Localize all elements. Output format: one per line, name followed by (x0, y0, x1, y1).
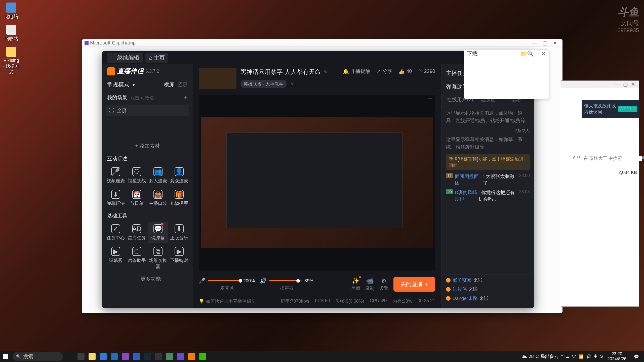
maximize-button[interactable]: ▢ (540, 40, 550, 46)
close-button[interactable]: ✕ (550, 40, 560, 46)
taskbar-app[interactable] (131, 351, 141, 361)
ime-icon[interactable]: 中 (594, 354, 598, 359)
close-icon[interactable]: ✕ (540, 51, 547, 57)
taskbar-stream[interactable] (187, 351, 197, 361)
clipchamp-icon (85, 41, 89, 45)
volume-icon[interactable]: 🔊 (586, 354, 591, 359)
tab-horizontal[interactable]: 横屏 (164, 81, 174, 88)
tool-pocket[interactable]: 👜主播口袋 (148, 187, 168, 209)
share-button[interactable]: ↗分享 (377, 68, 392, 75)
mic-slider[interactable] (208, 280, 241, 281)
tool-danmu-show[interactable]: ▶弹幕秀 (106, 244, 126, 272)
mode-row: 常规模式 ▼ 横屏 竖屏 (102, 78, 193, 91)
tool-scene-switch[interactable]: ⧉场景切换器 (148, 244, 168, 272)
explorer-search[interactable]: 🔍 (582, 155, 637, 162)
fullscreen-icon: ⛶ (109, 108, 114, 113)
feature-banner[interactable]: 新增[弹幕置顶]功能，点击弹幕添加进画面 (446, 154, 530, 170)
explorer-nav[interactable]: ∨↻ (572, 155, 580, 160)
scene-item-fullscreen[interactable]: ⛶ 全屏 (106, 105, 189, 116)
search-icon[interactable]: 🔍 (527, 51, 534, 57)
minimize-button[interactable]: — (530, 40, 540, 46)
desktop-icon-recycle[interactable]: 回收站 (3, 25, 20, 42)
settings-button[interactable]: ⚙设置 (379, 277, 388, 291)
desktop-icon-vrising[interactable]: VRising - 快捷方式 (3, 47, 20, 75)
tool-video-link[interactable]: 🎤视频连麦 (106, 165, 126, 186)
tool-thanks[interactable]: ▶下播鸣谢 (169, 244, 189, 272)
more-icon[interactable]: ⋯ (534, 51, 540, 57)
chat-message[interactable]: 20 D班的风崎朋也 : 你觉得这把还有机会吗， 23:05 (446, 189, 530, 202)
tool-speak-danmu[interactable]: 💬说弹幕 (148, 222, 168, 243)
tray-icon[interactable]: 🛡 (572, 354, 576, 359)
home-button[interactable]: ⌂ 主页 (145, 53, 168, 63)
tool-danmu-play[interactable]: ⬇弹幕玩法 (106, 187, 126, 209)
user-join-item: 洪晨伟 来啦 (446, 286, 530, 293)
ime-icon[interactable]: S (600, 354, 603, 359)
taskbar-wechat[interactable] (198, 351, 208, 361)
taskbar-search[interactable]: 🔍 搜索 (13, 352, 63, 361)
mic-icon[interactable]: 🎤 (199, 278, 206, 284)
mode-selector[interactable]: 常规模式 ▼ (107, 81, 135, 88)
tool-lucky-challenge[interactable]: 🛡福星挑战 (127, 165, 147, 186)
desktop-icon-pc[interactable]: 此电脑 (3, 3, 20, 20)
tool-gift-vote[interactable]: 🎁礼物投票 (169, 187, 189, 209)
stream-category-tag[interactable]: 英雄联盟 · 大神教学 (240, 80, 287, 88)
more-functions-button[interactable]: ⋯ 更多功能 (102, 272, 193, 286)
record-button[interactable]: 📹录制 (365, 277, 374, 291)
taskbar-mascot[interactable] (64, 352, 75, 361)
folder-icon[interactable]: 📁 (520, 51, 527, 57)
notification-button[interactable]: 💬 (631, 351, 641, 361)
clipchamp-titlebar[interactable]: Microsoft Clipchamp — ▢ ✕ (82, 39, 562, 47)
bell-icon: 🔔 (343, 68, 349, 74)
taskbar-weather[interactable]: ⛅ 28°C 局部多云 (521, 353, 558, 359)
taskbar-edge[interactable] (98, 351, 108, 361)
system-tray[interactable]: ˄ ☁ 🛡 📶 🔊 中 S (561, 354, 603, 359)
stream-thumbnail[interactable] (199, 68, 236, 89)
explorer-search-input[interactable] (583, 156, 642, 161)
chevron-up-icon[interactable]: ˄ (561, 354, 563, 359)
tray-icon[interactable]: ☁ (566, 354, 570, 359)
back-button[interactable]: ← 继续编辑 (107, 53, 143, 63)
tool-star-task[interactable]: AD星海任务 (127, 222, 147, 243)
preview-area[interactable] (199, 95, 435, 270)
speaker-slider[interactable] (269, 280, 302, 281)
tool-multi-link[interactable]: 👥多人连麦 (148, 165, 168, 186)
task-view-button[interactable] (76, 351, 86, 361)
thumb-icon: 👍 (398, 68, 405, 74)
footer-row: 💡 如何快速上手直播伴侣？ 码率:7870kb/s FPS:60 丢帧:0(0.… (193, 296, 441, 308)
maximize-button[interactable]: ▢ (622, 81, 629, 87)
scene-header: 我的场景 双击 可改名 + (102, 91, 193, 104)
quick-start-hint[interactable]: 💡 如何快速上手直播伴侣？ (199, 298, 256, 304)
edit-tag-icon[interactable]: ✎ (291, 82, 294, 86)
add-source-button[interactable]: +添加素材 (106, 143, 189, 149)
tab-vertical[interactable]: 竖屏 (178, 81, 188, 88)
edit-icon[interactable]: ✎ (323, 69, 328, 75)
tool-mod-helper[interactable]: ⬡房管助手 (127, 244, 147, 272)
close-button[interactable]: ✕ (629, 81, 637, 87)
remind-button[interactable]: 🔔开播提醒 (343, 68, 371, 75)
message-area: 这里显示礼物相关消息，如礼物、道具、贵族开通/续费、钻粉开通/续费等 2条/2人… (441, 106, 534, 274)
beauty-button[interactable]: ✨美颜 (351, 277, 360, 291)
share-icon: ↗ (377, 68, 381, 74)
tool-music[interactable]: ⬇正版音乐 (169, 222, 189, 243)
taskbar-clock[interactable]: 23:20 2024/8/26 (605, 351, 628, 362)
taskbar-app[interactable] (120, 351, 130, 361)
taskbar-app[interactable] (153, 351, 164, 361)
tool-holiday[interactable]: 📅节日单 (127, 187, 147, 209)
taskbar-explorer[interactable] (87, 351, 97, 361)
taskbar-clipchamp[interactable] (176, 351, 186, 361)
gear-icon: ⚙ (381, 277, 387, 284)
end-stream-button[interactable]: 关闭直播 ▼ (393, 277, 435, 292)
taskbar-app[interactable] (109, 351, 119, 361)
taskbar-steam[interactable] (142, 351, 152, 361)
speaker-icon[interactable]: 🔊 (260, 278, 267, 284)
taskbar-app[interactable] (165, 351, 175, 361)
chat-message[interactable]: 11 面团团捏面团 : 太紧张太刺激了 23:00 (446, 173, 530, 186)
pc-icon (6, 3, 16, 13)
start-button[interactable] (0, 351, 11, 362)
tool-task-center[interactable]: ✓任务中心 (106, 222, 126, 243)
tray-icon[interactable]: 📶 (579, 354, 584, 359)
minimize-button[interactable]: — (614, 82, 622, 87)
folder-icon (6, 47, 16, 57)
add-scene-button[interactable]: + (184, 94, 188, 102)
tool-audience-link[interactable]: 👤观众连麦 (169, 165, 189, 186)
